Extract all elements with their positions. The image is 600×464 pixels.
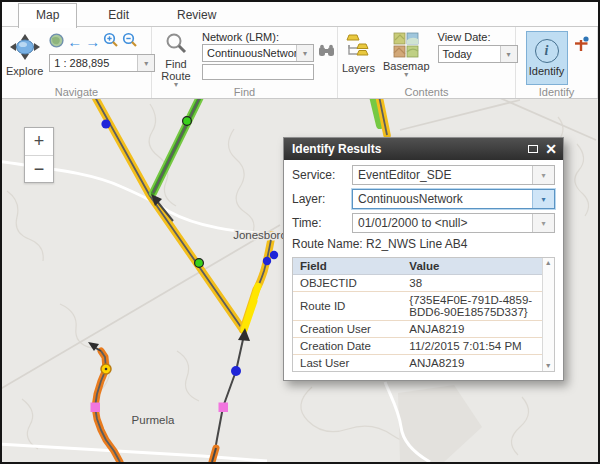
time-value: 01/01/2000 to <null> bbox=[353, 216, 532, 230]
time-label: Time: bbox=[292, 216, 352, 230]
town-label-purmela: Purmela bbox=[132, 414, 175, 426]
layers-button[interactable]: Layers bbox=[342, 32, 375, 85]
table-row[interactable]: Route ID {735E4F0E-791D-4859-BDD6-90E185… bbox=[293, 292, 542, 321]
service-dropdown[interactable]: EventEditor_SDE ▾ bbox=[352, 165, 555, 185]
basemap-button[interactable]: Basemap ▾ bbox=[383, 32, 429, 85]
find-group-label: Find bbox=[152, 86, 337, 98]
view-date-combo[interactable]: Today ▾ bbox=[438, 45, 518, 63]
time-dropdown-arrow[interactable]: ▾ bbox=[532, 214, 554, 232]
ribbon-tab-bar: Map Edit Review bbox=[2, 2, 598, 27]
time-dropdown[interactable]: 01/01/2000 to <null> ▾ bbox=[352, 213, 555, 233]
basemap-terrain-patch bbox=[398, 385, 482, 462]
close-icon[interactable]: ✕ bbox=[545, 143, 557, 155]
blue-point-marker bbox=[231, 366, 241, 376]
layer-dropdown[interactable]: ContinuousNetwork ▾ bbox=[352, 189, 555, 209]
identify-button[interactable]: i Identify bbox=[526, 31, 568, 85]
explore-button[interactable]: Explore bbox=[6, 33, 43, 85]
find-route-button[interactable]: Find Route ▾ bbox=[156, 32, 196, 85]
field-column-header[interactable]: Field bbox=[293, 258, 402, 275]
tab-map[interactable]: Map bbox=[18, 3, 77, 28]
table-header-row: Field Value bbox=[293, 258, 542, 275]
tab-edit[interactable]: Edit bbox=[91, 4, 146, 27]
contents-group-label: Contents bbox=[338, 86, 515, 98]
town-label-jonesboro: Jonesboro bbox=[233, 229, 287, 241]
blue-point-marker bbox=[101, 119, 110, 128]
table-row[interactable]: Last User ANJA8219 bbox=[293, 355, 542, 372]
value-cell: 11/2/2015 7:01:54 PM bbox=[402, 338, 541, 355]
network-dropdown-arrow[interactable]: ▾ bbox=[296, 45, 313, 61]
route-name-value: R2_NWS Line AB4 bbox=[366, 237, 467, 251]
layer-dropdown-arrow[interactable]: ▾ bbox=[532, 190, 554, 208]
pink-square-marker bbox=[91, 403, 101, 413]
explore-label: Explore bbox=[6, 65, 43, 77]
pink-square-marker bbox=[219, 403, 229, 413]
identify-route-location-icon[interactable] bbox=[573, 36, 590, 85]
map-scale-combo[interactable]: 1 : 288,895 ▾ bbox=[49, 54, 155, 72]
attributes-table: Field Value OBJECTID 38 Route ID {735E4F… bbox=[293, 258, 542, 371]
basemap-icon bbox=[393, 32, 419, 60]
route-name-row: Route Name: R2_NWS Line AB4 bbox=[292, 237, 555, 251]
table-row[interactable]: OBJECTID 38 bbox=[293, 275, 542, 292]
group-find: Find Route ▾ Network (LRM): ContinuousNe… bbox=[152, 27, 338, 98]
field-cell: Creation Date bbox=[293, 338, 402, 355]
explore-icon bbox=[8, 33, 42, 65]
find-route-magnifier-icon bbox=[164, 32, 188, 58]
value-cell: {735E4F0E-791D-4859-BDD6-90E18575D337} bbox=[402, 292, 541, 321]
table-row[interactable]: Creation Date 11/2/2015 7:01:54 PM bbox=[293, 338, 542, 355]
full-extent-globe-icon[interactable] bbox=[49, 33, 64, 52]
identify-group-label: Identify bbox=[516, 86, 597, 98]
identify-icon: i bbox=[535, 39, 559, 63]
value-cell: ANJA8219 bbox=[402, 321, 541, 338]
table-scrollbar[interactable]: ▲ ▼ bbox=[542, 258, 554, 371]
group-navigate: Explore ← → bbox=[2, 27, 152, 98]
green-point-marker bbox=[183, 117, 192, 126]
field-cell: Route ID bbox=[293, 292, 402, 321]
top-stub-routes[interactable] bbox=[373, 99, 387, 135]
next-extent-icon[interactable]: → bbox=[85, 35, 100, 49]
field-cell: Last User bbox=[293, 355, 402, 372]
network-combo[interactable]: ContinuousNetwork ▾ bbox=[202, 44, 314, 62]
previous-extent-icon[interactable]: ← bbox=[67, 35, 82, 49]
green-route[interactable] bbox=[153, 99, 200, 193]
find-route-label-line1: Find bbox=[165, 58, 186, 70]
value-column-header[interactable]: Value bbox=[402, 258, 541, 275]
layers-icon bbox=[345, 32, 373, 62]
blue-point-marker bbox=[263, 257, 271, 265]
layer-label: Layer: bbox=[292, 192, 352, 206]
route-markers[interactable] bbox=[91, 117, 279, 412]
identify-results-title: Identify Results bbox=[292, 142, 381, 156]
identify-results-titlebar[interactable]: Identify Results ✕ bbox=[284, 138, 563, 160]
zoom-out-icon[interactable] bbox=[122, 32, 138, 52]
view-date-label: View Date: bbox=[438, 31, 518, 43]
view-date-dropdown-arrow[interactable]: ▾ bbox=[500, 46, 517, 62]
route-search-input[interactable] bbox=[202, 64, 314, 80]
tab-review[interactable]: Review bbox=[160, 4, 233, 27]
layer-value: ContinuousNetwork bbox=[353, 192, 532, 206]
attributes-table-container: Field Value OBJECTID 38 Route ID {735E4F… bbox=[292, 257, 555, 372]
service-dropdown-arrow[interactable]: ▾ bbox=[532, 166, 554, 184]
zoom-in-icon[interactable] bbox=[103, 32, 119, 52]
map-zoom-in-button[interactable]: + bbox=[25, 128, 53, 155]
yellow-route-east[interactable] bbox=[243, 235, 272, 330]
field-cell: Creation User bbox=[293, 321, 402, 338]
scroll-up-icon[interactable]: ▲ bbox=[545, 259, 552, 267]
map-zoom-out-button[interactable]: − bbox=[25, 155, 53, 182]
binoculars-icon[interactable] bbox=[318, 44, 335, 62]
view-date-value: Today bbox=[439, 48, 500, 60]
basemap-dropdown-caret[interactable]: ▾ bbox=[404, 72, 408, 78]
identify-arrow-south bbox=[212, 328, 250, 462]
scroll-down-icon[interactable]: ▼ bbox=[545, 362, 552, 370]
network-value: ContinuousNetwork bbox=[203, 47, 296, 59]
group-contents: Layers bbox=[338, 27, 516, 98]
orange-route[interactable] bbox=[88, 342, 120, 462]
blue-point-marker bbox=[270, 251, 278, 259]
value-cell: ANJA8219 bbox=[402, 355, 541, 372]
field-cell: OBJECTID bbox=[293, 275, 402, 292]
table-row[interactable]: Creation User ANJA8219 bbox=[293, 321, 542, 338]
navigate-group-label: Navigate bbox=[2, 86, 151, 98]
network-lrm-label: Network (LRM): bbox=[202, 31, 335, 43]
group-identify: i Identify Identify bbox=[516, 27, 598, 98]
maximize-icon[interactable] bbox=[528, 143, 538, 155]
route-name-label: Route Name: bbox=[292, 237, 363, 251]
app-window: Map Edit Review Explore bbox=[0, 0, 600, 464]
